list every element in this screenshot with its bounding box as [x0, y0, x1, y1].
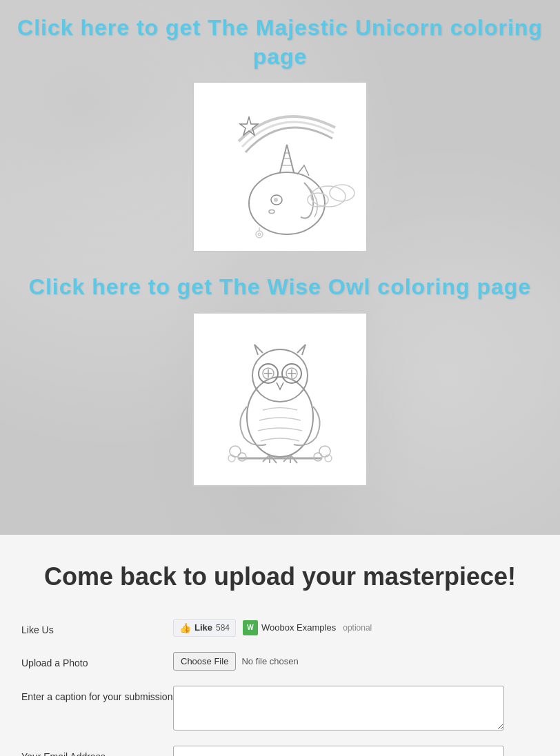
svg-point-29 [314, 453, 322, 461]
svg-point-8 [311, 186, 346, 207]
unicorn-image-container [192, 81, 368, 252]
caption-row: Enter a caption for your submission [21, 686, 539, 731]
bottom-section: Come back to upload your masterpiece! Li… [0, 535, 560, 756]
svg-point-9 [330, 185, 354, 201]
svg-point-6 [274, 198, 278, 202]
no-file-text: No file chosen [241, 656, 298, 666]
unicorn-drawing [197, 86, 363, 245]
fb-count: 584 [216, 623, 230, 633]
fb-thumb-icon: 👍 [179, 622, 191, 633]
email-label: Your Email Address [21, 746, 173, 756]
choose-file-button[interactable]: Choose File [173, 652, 236, 671]
owl-drawing [197, 317, 363, 479]
svg-point-27 [238, 453, 246, 461]
file-input-wrapper: Choose File No file chosen [173, 652, 299, 671]
svg-point-31 [230, 446, 241, 457]
fb-like-text: Like [194, 622, 212, 633]
like-us-controls: 👍 Like 584 W Woobox Examples optional [173, 619, 539, 637]
like-us-label: Like Us [21, 619, 173, 635]
woobox-icon: W [243, 620, 258, 635]
svg-point-15 [252, 349, 308, 402]
upload-row: Upload a Photo Choose File No file chose… [21, 652, 539, 671]
main-title: Come back to upload your masterpiece! [21, 562, 539, 591]
like-us-row: Like Us 👍 Like 584 W Woobox Examples opt… [21, 619, 539, 637]
optional-text: optional [343, 623, 372, 633]
svg-point-7 [269, 210, 274, 214]
woobox-label: Woobox Examples [261, 622, 336, 633]
owl-image-container [192, 312, 368, 487]
top-section: Click here to get The Majestic Unicorn c… [0, 0, 560, 535]
email-row: Your Email Address [21, 746, 539, 756]
upload-label: Upload a Photo [21, 652, 173, 668]
caption-controls [173, 686, 539, 731]
fb-like-box[interactable]: 👍 Like 584 [173, 619, 236, 637]
caption-textarea[interactable] [173, 686, 504, 731]
svg-point-11 [256, 231, 263, 238]
unicorn-link[interactable]: Click here to get The Majestic Unicorn c… [0, 14, 560, 71]
caption-label: Enter a caption for your submission [21, 686, 173, 702]
upload-controls: Choose File No file chosen [173, 652, 539, 671]
email-input[interactable] [173, 746, 504, 756]
owl-link[interactable]: Click here to get The Wise Owl coloring … [0, 273, 560, 302]
svg-point-32 [319, 446, 330, 457]
email-controls [173, 746, 539, 756]
form-area: Like Us 👍 Like 584 W Woobox Examples opt… [21, 619, 539, 756]
svg-point-12 [258, 233, 261, 236]
woobox-badge[interactable]: W Woobox Examples [243, 620, 336, 635]
